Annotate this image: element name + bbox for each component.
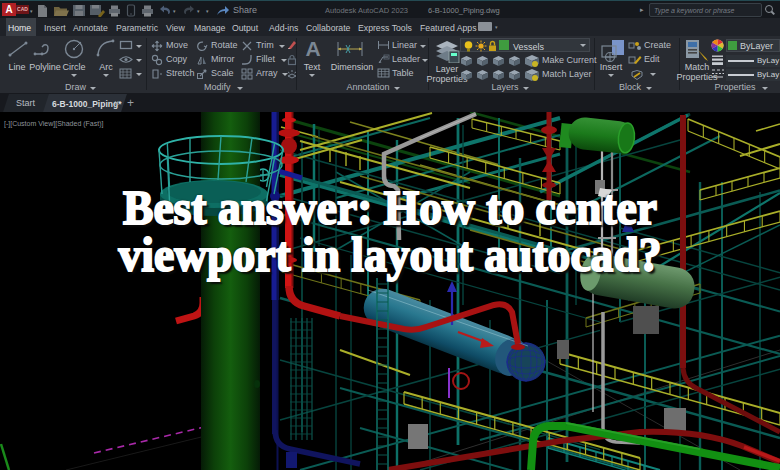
- svg-text:A: A: [305, 38, 320, 60]
